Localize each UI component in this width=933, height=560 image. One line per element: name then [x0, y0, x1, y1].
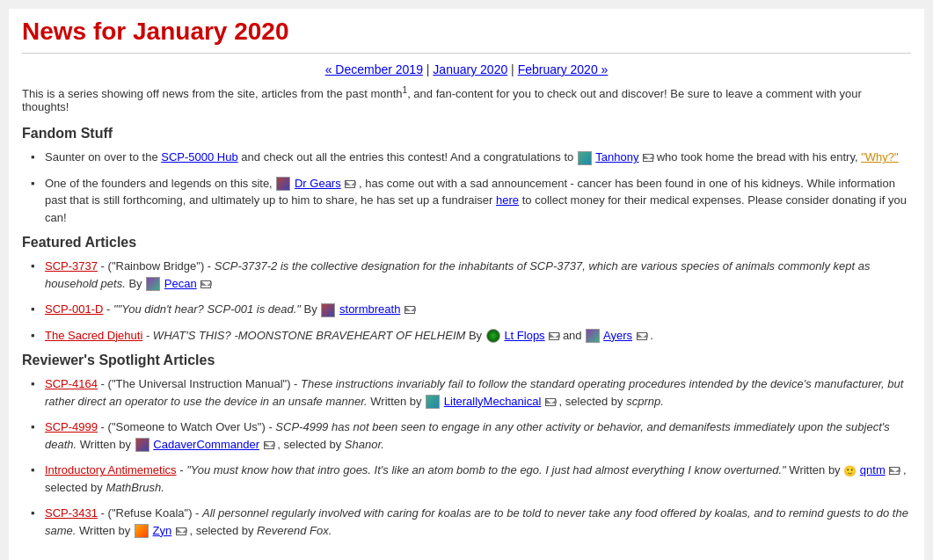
list-item: SCP-001-D - ""You didn't hear? SCP-001 i… [31, 301, 911, 318]
scp4999-link[interactable]: SCP-4999 [45, 420, 98, 433]
scp5000-hub-link[interactable]: SCP-5000 Hub [161, 150, 237, 164]
zyn-mail-icon[interactable] [176, 527, 186, 535]
spot-1-written: Written by [370, 395, 425, 408]
fandom-2-text-before: One of the founders and legends on this … [45, 177, 275, 190]
stormbreath-mail-icon[interactable] [405, 306, 415, 314]
section-title-fandom: Fandom Stuff [22, 126, 911, 142]
feat-1-dash: - ("Rainbow Bridge") - [101, 259, 215, 273]
ayers-link[interactable]: Ayers [603, 329, 632, 342]
cadavercommander-mail-icon[interactable] [264, 441, 274, 449]
why-link[interactable]: "Why?" [861, 150, 898, 164]
feat-2-italic: ""You didn't hear? SCP-001 is dead." [113, 302, 301, 316]
ltflops-mail-icon[interactable] [549, 332, 559, 340]
spot-3-before: - [179, 463, 186, 476]
feat-3-and: and [563, 329, 585, 342]
list-item: SCP-4999 - ("Someone to Watch Over Us") … [31, 418, 911, 453]
ayers-mail-icon[interactable] [637, 332, 647, 340]
zyn-avatar [135, 524, 149, 538]
fandom-1-text-after: who took home the bread with his entry, [657, 150, 861, 164]
tanhony-avatar [578, 151, 592, 165]
spot-1-selector: scprnp. [626, 395, 664, 408]
feat-3-dash: - [146, 329, 153, 342]
page-container: News for January 2020 « December 2019 | … [9, 9, 924, 560]
qntm-mail-icon[interactable] [889, 467, 900, 475]
literallymechanical-mail-icon[interactable] [545, 398, 556, 406]
spot-2-selected: , selected by [277, 438, 345, 451]
prev-month-link[interactable]: « December 2019 [325, 62, 423, 76]
section-title-featured: Featured Articles [22, 235, 911, 251]
intro-paragraph: This is a series showing off news from t… [22, 85, 911, 113]
scp4164-link[interactable]: SCP-4164 [45, 377, 98, 390]
pecan-mail-icon[interactable] [200, 280, 211, 288]
spotlight-list: SCP-4164 - ("The Universal Instruction M… [22, 375, 911, 539]
qntm-link[interactable]: qntm [860, 463, 886, 476]
nav-separator-2: | [511, 62, 518, 76]
feat-3-period: . [650, 329, 653, 342]
spot-4-selected: , selected by [189, 524, 257, 537]
spot-3-selector: MathBrush. [106, 481, 164, 494]
spot-1-selected: , selected by [559, 395, 627, 408]
spot-2-written: Written by [80, 438, 135, 451]
spot-2-selector: Shanor. [345, 438, 384, 451]
fandom-1-text-middle: and check out all the entries this conte… [241, 150, 577, 164]
tanhony-mail-icon[interactable] [643, 154, 653, 162]
spot-4-selector: Reverend Fox. [257, 524, 332, 537]
list-item: SCP-3737 - ("Rainbow Bridge") - SCP-3737… [31, 258, 911, 292]
list-item: The Sacred Djehuti - WHAT'S THIS? -MOONS… [31, 327, 911, 345]
qntm-avatar: 🙂 [843, 465, 856, 477]
spot-3-italic: "You must know how that intro goes. It's… [186, 463, 786, 476]
literallymechanical-link[interactable]: LiterallyMechanical [444, 395, 542, 408]
zyn-link[interactable]: Zyn [153, 524, 172, 537]
next-month-link[interactable]: February 2020 » [518, 62, 609, 76]
feat-1-by: By [128, 277, 145, 290]
pecan-avatar [146, 277, 160, 291]
scp3737-link[interactable]: SCP-3737 [45, 259, 98, 273]
feat-3-italic: WHAT'S THIS? -MOONSTONE BRAVEHEART OF HE… [153, 329, 465, 342]
list-item: SCP-4164 - ("The Universal Instruction M… [31, 375, 911, 410]
list-item: Saunter on over to the SCP-5000 Hub and … [31, 149, 911, 166]
scp3431-link[interactable]: SCP-3431 [45, 506, 98, 520]
antimemetics-link[interactable]: Introductory Antimemetics [45, 463, 177, 476]
feat-3-by: By [469, 329, 485, 342]
scp001d-link[interactable]: SCP-001-D [45, 302, 103, 316]
ayers-avatar [586, 329, 600, 343]
section-title-spotlight: Reviewer's Spotlight Articles [22, 353, 911, 368]
pecan-link[interactable]: Pecan [164, 277, 197, 290]
page-title: News for January 2020 [22, 18, 911, 46]
literallymechanical-avatar [426, 395, 440, 409]
ltflops-link[interactable]: Lt Flops [504, 329, 544, 342]
current-month-link[interactable]: January 2020 [433, 62, 507, 76]
tanhony-link[interactable]: Tanhony [595, 150, 638, 164]
list-item: One of the founders and legends on this … [31, 175, 911, 227]
drgears-link[interactable]: Dr Gears [295, 177, 341, 190]
cadavercommander-avatar [135, 438, 149, 452]
intro-text-main: This is a series showing off news from t… [22, 87, 403, 100]
fundraiser-link[interactable]: here [496, 193, 519, 207]
drgears-mail-icon[interactable] [345, 180, 355, 188]
spot-4-written: Written by [79, 524, 134, 537]
spot-1-before: - ("The Universal Instruction Manual") - [101, 377, 301, 390]
spot-4-before: - ("Refuse Koala") - [101, 506, 202, 520]
djehuti-link[interactable]: The Sacred Djehuti [45, 329, 142, 342]
stormbreath-avatar [321, 303, 335, 317]
feat-2-dash: - [106, 302, 113, 316]
ltflops-avatar [486, 329, 500, 343]
cadavercommander-link[interactable]: CadaverCommander [153, 438, 259, 451]
list-item: SCP-3431 - ("Refuse Koala") - All person… [31, 505, 911, 539]
fandom-1-text-before: Saunter on over to the [45, 150, 161, 164]
spot-2-before: - ("Someone to Watch Over Us") - [101, 420, 276, 433]
nav-bar: « December 2019 | January 2020 | Februar… [22, 62, 911, 76]
list-item: Introductory Antimemetics - "You must kn… [31, 462, 911, 496]
drgears-avatar [276, 177, 290, 191]
featured-list: SCP-3737 - ("Rainbow Bridge") - SCP-3737… [22, 258, 911, 344]
spot-3-written: Written by [789, 463, 843, 476]
feat-2-by: By [304, 302, 321, 316]
fandom-list: Saunter on over to the SCP-5000 Hub and … [22, 149, 911, 226]
stormbreath-link[interactable]: stormbreath [339, 302, 400, 316]
